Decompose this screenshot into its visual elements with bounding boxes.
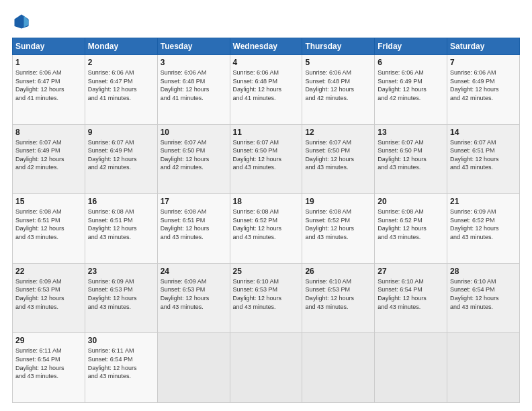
calendar-cell: 5Sunrise: 6:06 AM Sunset: 6:48 PM Daylig… (302, 55, 375, 125)
day-info: Sunrise: 6:10 AM Sunset: 6:54 PM Dayligh… (450, 277, 517, 311)
calendar-header: SundayMondayTuesdayWednesdayThursdayFrid… (13, 38, 520, 55)
day-number: 13 (378, 128, 444, 137)
calendar-cell: 11Sunrise: 6:07 AM Sunset: 6:50 PM Dayli… (230, 124, 302, 194)
calendar-cell: 1Sunrise: 6:06 AM Sunset: 6:47 PM Daylig… (13, 55, 85, 125)
day-number: 3 (161, 58, 227, 67)
calendar-cell: 15Sunrise: 6:08 AM Sunset: 6:51 PM Dayli… (13, 194, 85, 264)
weekday-row: SundayMondayTuesdayWednesdayThursdayFrid… (13, 38, 520, 55)
day-number: 14 (450, 128, 517, 137)
calendar-cell: 3Sunrise: 6:06 AM Sunset: 6:48 PM Daylig… (157, 55, 230, 125)
day-info: Sunrise: 6:06 AM Sunset: 6:48 PM Dayligh… (161, 68, 227, 102)
calendar-cell: 22Sunrise: 6:09 AM Sunset: 6:53 PM Dayli… (13, 263, 85, 333)
day-info: Sunrise: 6:08 AM Sunset: 6:51 PM Dayligh… (161, 208, 227, 241)
weekday-header-monday: Monday (85, 38, 157, 55)
day-info: Sunrise: 6:06 AM Sunset: 6:48 PM Dayligh… (305, 68, 371, 102)
day-info: Sunrise: 6:06 AM Sunset: 6:49 PM Dayligh… (450, 68, 517, 102)
calendar-cell (447, 333, 520, 403)
day-number: 7 (450, 58, 517, 67)
calendar-table: SundayMondayTuesdayWednesdayThursdayFrid… (12, 38, 520, 403)
week-row-4: 22Sunrise: 6:09 AM Sunset: 6:53 PM Dayli… (13, 263, 520, 333)
calendar-cell: 8Sunrise: 6:07 AM Sunset: 6:49 PM Daylig… (13, 124, 85, 194)
calendar-cell: 30Sunrise: 6:11 AM Sunset: 6:54 PM Dayli… (85, 333, 157, 403)
day-info: Sunrise: 6:07 AM Sunset: 6:49 PM Dayligh… (88, 138, 154, 172)
day-number: 6 (378, 58, 444, 67)
day-info: Sunrise: 6:08 AM Sunset: 6:52 PM Dayligh… (378, 208, 444, 241)
week-row-2: 8Sunrise: 6:07 AM Sunset: 6:49 PM Daylig… (13, 124, 520, 194)
day-number: 1 (15, 58, 82, 67)
calendar-cell (375, 333, 447, 403)
weekday-header-wednesday: Wednesday (230, 38, 302, 55)
day-info: Sunrise: 6:07 AM Sunset: 6:50 PM Dayligh… (305, 138, 371, 172)
day-info: Sunrise: 6:10 AM Sunset: 6:53 PM Dayligh… (233, 277, 300, 311)
day-number: 12 (305, 128, 371, 137)
day-info: Sunrise: 6:08 AM Sunset: 6:52 PM Dayligh… (233, 208, 300, 241)
logo-icon (12, 12, 31, 31)
day-number: 24 (161, 267, 227, 276)
day-info: Sunrise: 6:10 AM Sunset: 6:53 PM Dayligh… (305, 277, 371, 311)
weekday-header-thursday: Thursday (302, 38, 375, 55)
calendar-cell: 7Sunrise: 6:06 AM Sunset: 6:49 PM Daylig… (447, 55, 520, 125)
week-row-1: 1Sunrise: 6:06 AM Sunset: 6:47 PM Daylig… (13, 55, 520, 125)
calendar-cell: 18Sunrise: 6:08 AM Sunset: 6:52 PM Dayli… (230, 194, 302, 264)
day-info: Sunrise: 6:09 AM Sunset: 6:52 PM Dayligh… (450, 208, 517, 241)
calendar-cell: 25Sunrise: 6:10 AM Sunset: 6:53 PM Dayli… (230, 263, 302, 333)
calendar-cell: 4Sunrise: 6:06 AM Sunset: 6:48 PM Daylig… (230, 55, 302, 125)
day-info: Sunrise: 6:11 AM Sunset: 6:54 PM Dayligh… (15, 347, 82, 380)
calendar-cell: 28Sunrise: 6:10 AM Sunset: 6:54 PM Dayli… (447, 263, 520, 333)
calendar-cell: 29Sunrise: 6:11 AM Sunset: 6:54 PM Dayli… (13, 333, 85, 403)
day-number: 22 (15, 267, 82, 276)
day-number: 23 (88, 267, 154, 276)
day-info: Sunrise: 6:08 AM Sunset: 6:52 PM Dayligh… (305, 208, 371, 241)
day-number: 28 (450, 267, 517, 276)
header (12, 12, 520, 31)
day-info: Sunrise: 6:06 AM Sunset: 6:47 PM Dayligh… (15, 68, 82, 102)
day-number: 2 (88, 58, 154, 67)
day-info: Sunrise: 6:09 AM Sunset: 6:53 PM Dayligh… (88, 277, 154, 311)
day-info: Sunrise: 6:07 AM Sunset: 6:51 PM Dayligh… (450, 138, 517, 172)
calendar-cell: 27Sunrise: 6:10 AM Sunset: 6:54 PM Dayli… (375, 263, 447, 333)
day-info: Sunrise: 6:07 AM Sunset: 6:50 PM Dayligh… (161, 138, 227, 172)
day-number: 8 (15, 128, 82, 137)
weekday-header-sunday: Sunday (13, 38, 85, 55)
weekday-header-friday: Friday (375, 38, 447, 55)
day-number: 30 (88, 336, 154, 345)
day-number: 9 (88, 128, 154, 137)
day-info: Sunrise: 6:07 AM Sunset: 6:50 PM Dayligh… (378, 138, 444, 172)
calendar-cell (157, 333, 230, 403)
calendar-body: 1Sunrise: 6:06 AM Sunset: 6:47 PM Daylig… (13, 55, 520, 403)
day-number: 27 (378, 267, 444, 276)
calendar-cell: 23Sunrise: 6:09 AM Sunset: 6:53 PM Dayli… (85, 263, 157, 333)
week-row-5: 29Sunrise: 6:11 AM Sunset: 6:54 PM Dayli… (13, 333, 520, 403)
day-number: 25 (233, 267, 300, 276)
weekday-header-saturday: Saturday (447, 38, 520, 55)
day-info: Sunrise: 6:11 AM Sunset: 6:54 PM Dayligh… (88, 347, 154, 380)
calendar-cell: 26Sunrise: 6:10 AM Sunset: 6:53 PM Dayli… (302, 263, 375, 333)
day-number: 19 (305, 197, 371, 206)
day-info: Sunrise: 6:09 AM Sunset: 6:53 PM Dayligh… (161, 277, 227, 311)
calendar-cell: 12Sunrise: 6:07 AM Sunset: 6:50 PM Dayli… (302, 124, 375, 194)
calendar-cell: 24Sunrise: 6:09 AM Sunset: 6:53 PM Dayli… (157, 263, 230, 333)
day-info: Sunrise: 6:06 AM Sunset: 6:49 PM Dayligh… (378, 68, 444, 102)
calendar-cell: 6Sunrise: 6:06 AM Sunset: 6:49 PM Daylig… (375, 55, 447, 125)
logo (12, 12, 34, 31)
calendar-cell: 10Sunrise: 6:07 AM Sunset: 6:50 PM Dayli… (157, 124, 230, 194)
day-number: 20 (378, 197, 444, 206)
day-info: Sunrise: 6:09 AM Sunset: 6:53 PM Dayligh… (15, 277, 82, 311)
calendar-cell (302, 333, 375, 403)
day-info: Sunrise: 6:08 AM Sunset: 6:51 PM Dayligh… (15, 208, 82, 241)
day-number: 15 (15, 197, 82, 206)
calendar-cell: 14Sunrise: 6:07 AM Sunset: 6:51 PM Dayli… (447, 124, 520, 194)
day-number: 16 (88, 197, 154, 206)
calendar-cell: 17Sunrise: 6:08 AM Sunset: 6:51 PM Dayli… (157, 194, 230, 264)
calendar-cell: 16Sunrise: 6:08 AM Sunset: 6:51 PM Dayli… (85, 194, 157, 264)
calendar-cell: 9Sunrise: 6:07 AM Sunset: 6:49 PM Daylig… (85, 124, 157, 194)
weekday-header-tuesday: Tuesday (157, 38, 230, 55)
calendar-cell: 13Sunrise: 6:07 AM Sunset: 6:50 PM Dayli… (375, 124, 447, 194)
day-info: Sunrise: 6:07 AM Sunset: 6:50 PM Dayligh… (233, 138, 300, 172)
day-info: Sunrise: 6:06 AM Sunset: 6:48 PM Dayligh… (233, 68, 300, 102)
page: SundayMondayTuesdayWednesdayThursdayFrid… (0, 0, 532, 411)
day-number: 26 (305, 267, 371, 276)
calendar-cell (230, 333, 302, 403)
day-number: 5 (305, 58, 371, 67)
calendar-cell: 19Sunrise: 6:08 AM Sunset: 6:52 PM Dayli… (302, 194, 375, 264)
